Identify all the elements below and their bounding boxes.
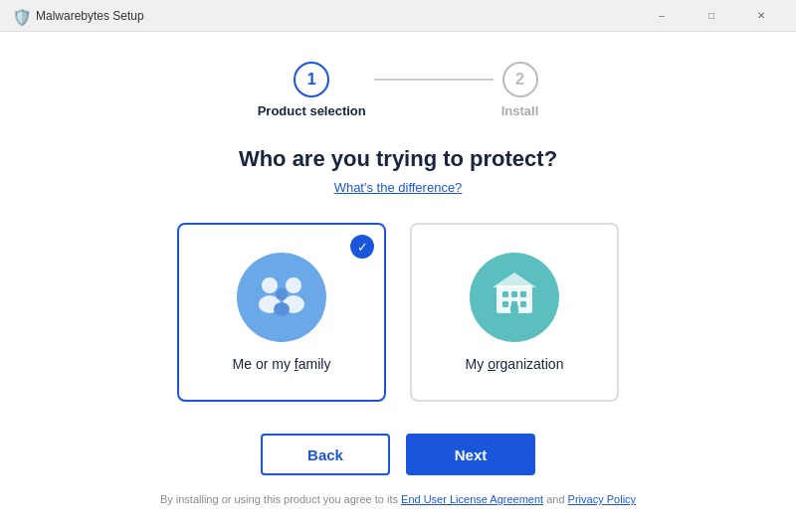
main-content: 1 Product selection 2 Install Who are yo…	[0, 32, 796, 532]
back-button[interactable]: Back	[261, 434, 390, 475]
footer-prefix: By installing or using this product you …	[160, 493, 401, 505]
titlebar: 🛡️ Malwarebytes Setup – □ ✕	[0, 0, 796, 32]
organization-card[interactable]: My organization	[410, 223, 619, 402]
step-1-label: Product selection	[258, 103, 366, 118]
titlebar-title: Malwarebytes Setup	[36, 9, 639, 23]
family-card[interactable]: ✓ Me or my family	[177, 223, 386, 402]
svg-rect-11	[502, 301, 508, 307]
minimize-button[interactable]: –	[639, 0, 685, 32]
svg-point-0	[262, 277, 278, 293]
footer-middle: and	[543, 493, 567, 505]
privacy-link[interactable]: Privacy Policy	[568, 493, 636, 505]
window-controls: – □ ✕	[639, 0, 784, 32]
svg-rect-10	[520, 291, 526, 297]
question-text: Who are you trying to protect?	[239, 146, 557, 172]
svg-point-4	[276, 288, 288, 300]
svg-point-2	[286, 277, 301, 293]
step-1: 1 Product selection	[258, 62, 366, 118]
svg-rect-9	[511, 291, 517, 297]
family-icon-wrap	[237, 253, 326, 342]
option-cards: ✓ Me or my family	[177, 223, 619, 402]
step-2-circle: 2	[502, 62, 538, 97]
eula-link[interactable]: End User License Agreement	[401, 493, 543, 505]
difference-link[interactable]: What's the difference?	[334, 180, 463, 195]
close-button[interactable]: ✕	[738, 0, 784, 32]
step-1-circle: 1	[294, 62, 329, 97]
action-buttons: Back Next	[261, 434, 535, 475]
organization-icon	[485, 267, 544, 327]
footer-text: By installing or using this product you …	[160, 493, 636, 505]
svg-marker-7	[493, 272, 536, 287]
app-icon: 🛡️	[12, 8, 28, 24]
family-icon	[252, 272, 311, 322]
step-2-label: Install	[501, 103, 539, 118]
step-connector	[374, 79, 494, 81]
step-2: 2 Install	[501, 62, 539, 118]
restore-button[interactable]: □	[689, 0, 734, 32]
family-card-label: Me or my family	[233, 356, 331, 372]
svg-rect-13	[520, 301, 526, 307]
org-card-label: My organization	[466, 356, 564, 372]
selected-checkmark: ✓	[350, 235, 374, 259]
next-button[interactable]: Next	[406, 434, 535, 475]
org-icon-wrap	[470, 253, 559, 342]
svg-point-5	[274, 302, 290, 316]
svg-rect-14	[510, 305, 518, 313]
stepper: 1 Product selection 2 Install	[258, 62, 539, 118]
svg-rect-8	[502, 291, 508, 297]
